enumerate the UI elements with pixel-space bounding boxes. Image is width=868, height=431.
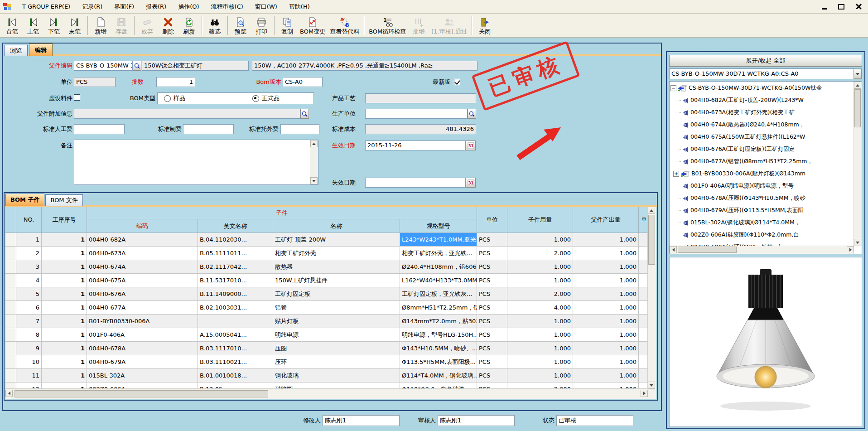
cell-qty[interactable]: 1.000	[507, 315, 573, 328]
prev-record-button[interactable]: 上笔	[23, 16, 43, 36]
std-labor-input[interactable]	[74, 124, 125, 134]
cell-parent-qty[interactable]: 1.000	[573, 287, 639, 301]
table-row[interactable]: 7 1 B01-BYB00330-006A 贴片灯板 Ø143mm*T2.0mm…	[5, 315, 648, 328]
cell-spec[interactable]: Ø114*T4.0MM，钢化玻璃...	[400, 369, 477, 383]
menu-item-erp[interactable]: T-GROUP ERP(E)	[16, 1, 76, 12]
header-en-name[interactable]: 英文名称	[198, 219, 273, 233]
row-selector[interactable]	[5, 315, 16, 328]
filter-button[interactable]: 筛选	[204, 16, 225, 36]
cell-parent-qty[interactable]: 1.000	[573, 328, 639, 342]
std-outsource-input[interactable]	[280, 124, 319, 134]
cell-unit[interactable]: PCS	[477, 260, 507, 274]
cell-code[interactable]: 004H0-673A	[87, 247, 198, 260]
tree-item[interactable]: 002Z0-606A(硅胶圈)(Φ110*Φ2.0mm,白	[670, 229, 854, 241]
cell-qty[interactable]: 2.000	[507, 247, 573, 260]
cell-name[interactable]: 150W工矿灯悬挂件	[273, 274, 400, 287]
cell-name[interactable]: 压圈	[273, 342, 400, 355]
row-selector[interactable]	[5, 355, 16, 369]
cell-no[interactable]: 1	[16, 233, 42, 247]
minimize-button[interactable]	[820, 3, 828, 11]
scroll-thumb[interactable]	[648, 215, 655, 265]
scroll-down-button[interactable]	[648, 382, 655, 389]
cell-seq[interactable]: 1	[42, 287, 87, 301]
cell-name[interactable]: 明纬电源	[273, 328, 400, 342]
scroll-left-button[interactable]	[670, 246, 677, 253]
header-name[interactable]: 名称	[273, 219, 400, 233]
cell-unit[interactable]: PCS	[477, 233, 507, 247]
cell-qty[interactable]: 1.000	[507, 369, 573, 383]
table-row[interactable]: 10 1 004H0-679A B.03.1110021... 压环 Φ113.…	[5, 355, 648, 369]
cell-no[interactable]: 5	[16, 287, 42, 301]
production-unit-lookup-button[interactable]	[468, 109, 476, 119]
cell-code[interactable]: 004H0-679A	[87, 355, 198, 369]
cell-seq[interactable]: 1	[42, 274, 87, 287]
header-code[interactable]: 编码	[87, 219, 198, 233]
table-row[interactable]: 12 1 002Z0-606A B.12.05... 硅胶圈 Φ110*Φ2.0…	[5, 383, 648, 389]
tree-item[interactable]: − CS-BYB-O-150MW-30D71-WCTKG-A0(150W钛金	[670, 82, 854, 94]
first-record-button[interactable]: 首笔	[2, 16, 23, 36]
cell-partial[interactable]	[639, 355, 648, 369]
scroll-down-button[interactable]	[310, 177, 318, 184]
row-selector[interactable]	[5, 274, 16, 287]
cell-name[interactable]: 贴片灯板	[273, 315, 400, 328]
cell-seq[interactable]: 1	[42, 369, 87, 383]
cell-spec[interactable]: Φ143*H10.5MM，喷砂、...	[400, 342, 477, 355]
row-selector[interactable]	[5, 287, 16, 301]
cell-spec[interactable]: Ø240.4*H108mm，铝6063...	[400, 260, 477, 274]
effective-date-calendar-button[interactable]: 31	[466, 140, 476, 150]
refresh-button[interactable]: 刷新	[178, 16, 199, 36]
effective-date-input[interactable]: 2015-11-26	[365, 140, 466, 150]
header-qty[interactable]: 子件用量	[507, 207, 573, 233]
cell-code[interactable]: 004H0-675A	[87, 274, 198, 287]
cell-unit[interactable]: PCS	[477, 328, 507, 342]
cell-qty[interactable]: 1.000	[507, 260, 573, 274]
cell-seq[interactable]: 1	[42, 260, 87, 274]
scroll-right-button[interactable]	[847, 246, 854, 253]
cell-name[interactable]: 散热器	[273, 260, 400, 274]
cell-no[interactable]: 10	[16, 355, 42, 369]
cell-name[interactable]: 钢化玻璃	[273, 369, 400, 383]
cell-qty[interactable]: 1.000	[507, 342, 573, 355]
cell-en-name[interactable]: B.05.1111011...	[198, 247, 273, 260]
row-selector[interactable]	[5, 369, 16, 383]
new-button[interactable]: 新增	[90, 16, 111, 36]
restore-button[interactable]	[837, 3, 845, 11]
bom-loop-check-button[interactable]: 1 BOM循环检查	[366, 16, 408, 36]
cell-unit[interactable]: PCS	[477, 247, 507, 260]
cell-parent-qty[interactable]: 1.000	[573, 260, 639, 274]
tree-item[interactable]: 004H0-675A(150W工矿灯悬挂件)(L162*W	[670, 131, 854, 143]
status-field[interactable]: 已审核	[556, 415, 633, 426]
cell-unit[interactable]: PCS	[477, 315, 507, 328]
cell-en-name[interactable]: B.02.1117042...	[198, 260, 273, 274]
cell-no[interactable]: 9	[16, 342, 42, 355]
cell-no[interactable]: 12	[16, 383, 42, 389]
cell-parent-qty[interactable]: 1.000	[573, 383, 639, 389]
radio-sample[interactable]	[164, 95, 171, 102]
expand-collapse-all-button[interactable]: 展开/收起 全部	[669, 55, 862, 67]
header-parent-qty[interactable]: 父件产出量	[573, 207, 639, 233]
cell-partial[interactable]	[639, 328, 648, 342]
cell-spec[interactable]: Ø8mm*H51*T2.25mm，铝6...	[400, 301, 477, 315]
cell-partial[interactable]	[639, 247, 648, 260]
cell-partial[interactable]	[639, 274, 648, 287]
row-selector[interactable]	[5, 260, 16, 274]
tree-horizontal-scrollbar[interactable]	[670, 246, 854, 254]
tree-vertical-scrollbar[interactable]	[854, 82, 862, 246]
latest-checkbox[interactable]	[454, 79, 460, 85]
close-button[interactable]: 关闭	[474, 16, 495, 36]
cell-qty[interactable]: 4.000	[507, 301, 573, 315]
scroll-up-button[interactable]	[310, 140, 318, 147]
cell-parent-qty[interactable]: 1.000	[573, 247, 639, 260]
bom-version-input[interactable]: CS-A0	[283, 77, 323, 87]
tab-bom-children[interactable]: BOM 子件	[5, 194, 44, 206]
cell-parent-qty[interactable]: 1.000	[573, 315, 639, 328]
cell-name[interactable]: 压环	[273, 355, 400, 369]
cell-qty[interactable]: 1.000	[507, 328, 573, 342]
header-spec[interactable]: 规格型号	[400, 219, 477, 233]
tree-item[interactable]: 004H0-673A(相变工矿灯外壳)(相变工矿	[670, 107, 854, 119]
auditor-field[interactable]: 陈志刚1	[438, 415, 515, 426]
tree-item[interactable]: 004H0-682A(工矿灯-顶盖-200W)(L243*W	[670, 94, 854, 107]
tree-expand-toggle[interactable]: −	[670, 85, 676, 91]
scroll-left-button[interactable]	[5, 390, 13, 397]
cell-qty[interactable]: 1.000	[507, 355, 573, 369]
